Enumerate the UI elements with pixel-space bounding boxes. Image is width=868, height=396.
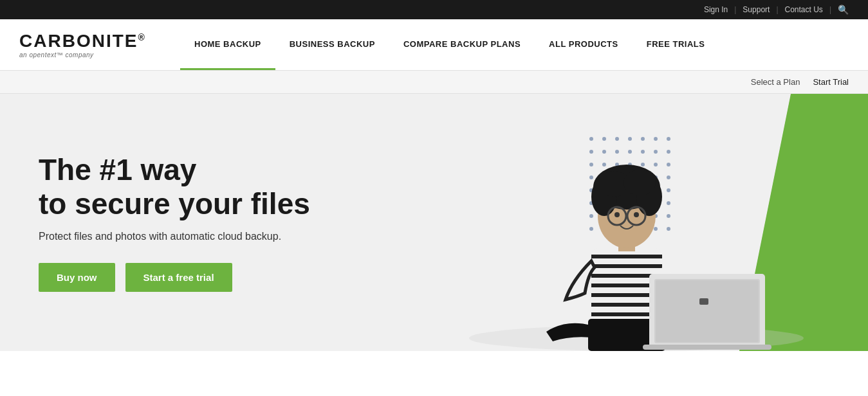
logo-area: CARBONITE® an opentext™ company — [0, 31, 180, 59]
hero-section: The #1 way to secure your files Protect … — [0, 94, 868, 351]
buy-now-button[interactable]: Buy now — [39, 263, 115, 292]
top-bar: Sign In | Support | Contact Us | 🔍 — [0, 0, 868, 19]
support-link[interactable]: Support — [736, 5, 776, 14]
nav-free-trials[interactable]: FREE TRIALS — [633, 19, 719, 70]
subnav-select-plan[interactable]: Select a Plan — [751, 77, 800, 87]
contact-us-link[interactable]: Contact Us — [779, 5, 829, 14]
svg-rect-58 — [591, 255, 662, 258]
sign-in-link[interactable]: Sign In — [697, 5, 734, 14]
main-nav: CARBONITE® an opentext™ company HOME BAC… — [0, 19, 868, 71]
sub-nav: Select a Plan Start Trial — [0, 71, 868, 94]
search-icon[interactable]: 🔍 — [831, 4, 855, 15]
svg-point-72 — [623, 170, 656, 195]
svg-rect-59 — [591, 264, 662, 268]
hero-image-area: // Generate dot grid — [405, 94, 868, 351]
brand-logo[interactable]: CARBONITE® — [19, 31, 161, 51]
nav-business-backup[interactable]: BUSINESS BACKUP — [275, 19, 389, 70]
svg-point-76 — [614, 212, 620, 217]
person-illustration — [443, 107, 829, 351]
hero-subtitle: Protect files and photos with automatic … — [39, 231, 310, 242]
nav-compare-plans[interactable]: COMPARE BACKUP PLANS — [389, 19, 535, 70]
svg-point-77 — [634, 212, 639, 217]
nav-all-products[interactable]: ALL PRODUCTS — [535, 19, 633, 70]
svg-rect-80 — [656, 280, 759, 342]
subnav-start-trial[interactable]: Start Trial — [813, 77, 849, 87]
logo-subtitle: an opentext™ company — [19, 51, 161, 59]
hero-content: The #1 way to secure your files Protect … — [0, 127, 349, 318]
nav-links: HOME BACKUP BUSINESS BACKUP COMPARE BACK… — [180, 19, 868, 70]
nav-home-backup[interactable]: HOME BACKUP — [180, 19, 275, 70]
svg-rect-81 — [643, 345, 771, 350]
hero-buttons: Buy now Start a free trial — [39, 263, 310, 292]
hero-title: The #1 way to secure your files — [39, 153, 310, 221]
svg-rect-82 — [699, 298, 708, 305]
start-free-trial-button[interactable]: Start a free trial — [125, 263, 232, 292]
